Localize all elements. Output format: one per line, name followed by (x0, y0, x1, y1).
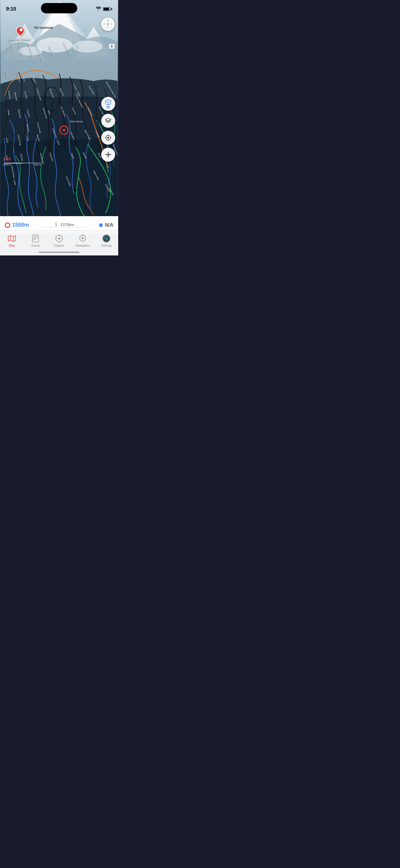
location-pin: Shudder Glacier (10, 26, 31, 41)
3d-label: 3D (106, 105, 110, 109)
distance-content: 🚶 1370km (43, 222, 85, 228)
navigation-nav-icon (79, 234, 87, 243)
svg-point-37 (58, 238, 60, 239)
pin-icon (16, 26, 25, 37)
status-value: N/A (105, 222, 113, 228)
nav-item-navigation[interactable]: Navigation (71, 233, 94, 247)
nav-label-outmap: Outmap (101, 244, 112, 247)
nav-label-saved: Saved (31, 244, 40, 247)
dynamic-island (41, 3, 77, 13)
pin-circle (14, 25, 26, 37)
phone-container: 9:10 (0, 0, 118, 255)
zoom-in-button[interactable] (101, 148, 115, 162)
nav-label-navigation: Navigation (76, 244, 90, 247)
scale-250-label: 250 m (4, 163, 11, 166)
chevron-left-icon: ‹ (39, 223, 40, 227)
nav-label-explore: Explore (54, 244, 64, 247)
walker-icon: 🚶 (54, 222, 58, 227)
scale-500-label: 500 m (34, 163, 41, 166)
compass[interactable]: N E S W (101, 18, 115, 31)
spearhead-label: The Spearhead (34, 26, 53, 29)
status-icons (96, 7, 112, 11)
current-location-circle (59, 126, 68, 135)
nav-item-map[interactable]: Map (0, 233, 24, 247)
map-buttons: 3D (101, 97, 115, 162)
explore-nav-icon (55, 234, 63, 243)
svg-text:W: W (104, 23, 106, 25)
scale-number: 13.5 (3, 157, 10, 161)
wifi-icon (96, 7, 101, 11)
home-indicator (39, 251, 79, 253)
battery-icon (103, 7, 112, 11)
pin-inner (19, 28, 23, 32)
map-area[interactable]: Mount Macbeth The Spearhead Couloir Extr… (0, 0, 118, 216)
svg-text:E: E (111, 23, 112, 25)
location-button[interactable] (101, 131, 115, 145)
scale-indicator: 13.5 0 250 m 500 m (3, 156, 41, 166)
pin-label: Shudder Glacier (10, 38, 31, 41)
layers-button[interactable] (101, 114, 115, 128)
current-location-dot (63, 129, 65, 131)
status-dot (99, 223, 103, 227)
saved-nav-icon (31, 234, 40, 243)
compass-inner: N E S W (103, 19, 113, 30)
outmap-nav-icon (102, 234, 111, 243)
nav-item-explore[interactable]: Explore (47, 233, 71, 247)
elevation-value: 1550m (12, 222, 29, 228)
3d-button[interactable]: 3D (101, 97, 115, 111)
nav-item-outmap[interactable]: Outmap (94, 233, 118, 247)
svg-rect-32 (32, 235, 38, 242)
map-badge-6: 6 (109, 44, 115, 49)
map-nav-icon (7, 234, 16, 243)
distance-value: 1370km (60, 222, 74, 227)
status-time: 9:10 (6, 6, 16, 12)
nav-label-map: Map (9, 244, 15, 247)
elevation-info: 1550m (5, 222, 29, 228)
svg-point-23 (107, 137, 109, 138)
distance-info: ‹ 🚶 1370km › (29, 222, 99, 228)
na-info: N/A (99, 222, 113, 228)
chevron-right-icon: › (88, 223, 89, 227)
nav-item-saved[interactable]: Saved (24, 233, 47, 247)
elevation-dot (5, 222, 10, 228)
svg-marker-4 (73, 27, 115, 60)
